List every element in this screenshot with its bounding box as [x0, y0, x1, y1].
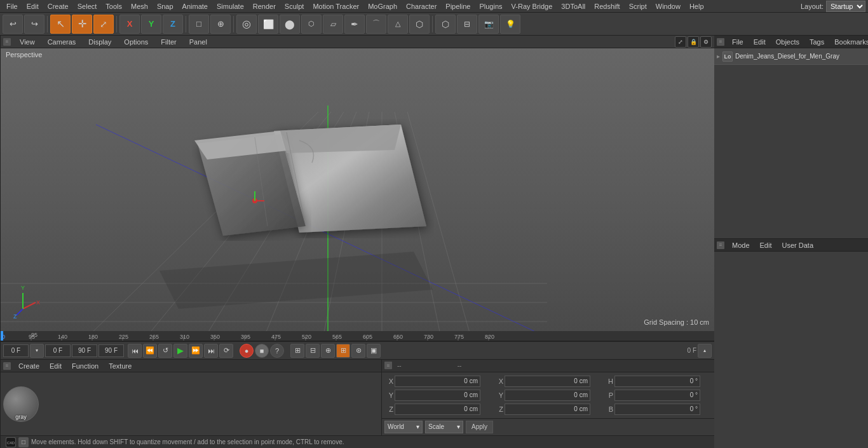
mat-create-menu[interactable]: Create: [16, 362, 42, 370]
timeline-ruler[interactable]: 0 95 140 180 225 265: [1, 331, 714, 341]
menu-edit[interactable]: Edit: [23, 2, 43, 11]
menu-plugins[interactable]: Plugins: [475, 2, 506, 11]
viewport-menu-view[interactable]: View: [16, 37, 39, 46]
undo-button[interactable]: ↩: [3, 15, 23, 34]
b-rot-input[interactable]: [614, 404, 700, 415]
x-axis-button[interactable]: X: [119, 15, 140, 34]
viewport-expand-btn[interactable]: ⤢: [675, 36, 686, 48]
h-rot-input[interactable]: [614, 376, 700, 387]
frame-step-down[interactable]: ▾: [30, 344, 44, 358]
viewport-3d[interactable]: Perspective Grid Spacing : 10 cm X Y Z: [1, 48, 714, 331]
objects-edit-menu[interactable]: Edit: [751, 38, 768, 46]
to-end-button[interactable]: ⏭: [204, 344, 218, 358]
x-pos-input[interactable]: [395, 376, 480, 387]
plane-button[interactable]: ▱: [323, 15, 343, 34]
menu-simulate[interactable]: Simulate: [213, 2, 248, 11]
select-button[interactable]: ↖: [50, 15, 71, 34]
menu-create[interactable]: Create: [44, 2, 72, 11]
menu-motion-tracker[interactable]: Motion Tracker: [309, 2, 363, 11]
z-size-input[interactable]: [505, 404, 590, 415]
to-start-button[interactable]: ⏮: [128, 344, 142, 358]
redo-button[interactable]: ↪: [24, 15, 44, 34]
layout-select[interactable]: Startup: [826, 1, 865, 12]
current-frame-input[interactable]: [3, 344, 29, 357]
cube-button[interactable]: ⬜: [258, 15, 278, 34]
record-button[interactable]: ●: [240, 344, 254, 358]
menu-sculpt[interactable]: Sculpt: [281, 2, 308, 11]
menu-snap[interactable]: Snap: [153, 2, 177, 11]
scale-dropdown[interactable]: Scale ▾: [425, 421, 463, 433]
menu-window[interactable]: Window: [652, 2, 684, 11]
p-rot-input[interactable]: [614, 390, 700, 401]
pen-button[interactable]: ✒: [344, 15, 365, 34]
scale-button[interactable]: ⤢: [93, 15, 114, 34]
end-frame-input[interactable]: [72, 344, 97, 357]
viewport-lock-btn[interactable]: 🔒: [688, 36, 699, 48]
y-axis-button[interactable]: Y: [141, 15, 161, 34]
floor-button[interactable]: ⊟: [457, 15, 477, 34]
select-rect-button[interactable]: □: [189, 15, 209, 34]
loop2-button[interactable]: ⟳: [219, 344, 233, 358]
onion-skin-btn[interactable]: ⊟: [306, 344, 320, 358]
mat-texture-menu[interactable]: Texture: [106, 362, 134, 370]
extrude-button[interactable]: △: [388, 15, 408, 34]
stop-button[interactable]: ■: [255, 344, 269, 358]
transform-button[interactable]: ⊕: [210, 15, 231, 34]
prev-frame-button[interactable]: ⏪: [143, 344, 157, 358]
next-frame-button[interactable]: ⏩: [189, 344, 203, 358]
menu-3dtoall[interactable]: 3DToAll: [557, 2, 589, 11]
deformer-button[interactable]: ⬡: [409, 15, 430, 34]
attr-mode-menu[interactable]: Mode: [729, 241, 752, 249]
frame-step-up[interactable]: ▴: [698, 344, 712, 358]
apply-button[interactable]: Apply: [466, 421, 493, 433]
null-object-button[interactable]: ◎: [236, 15, 257, 34]
viewport-menu-options[interactable]: Options: [120, 37, 152, 46]
world-dropdown[interactable]: World ▾: [384, 421, 423, 433]
objects-bookmarks-menu[interactable]: Bookmarks: [832, 38, 868, 46]
menu-animate[interactable]: Animate: [179, 2, 212, 11]
object-row[interactable]: ▸ Lo Denim_Jeans_Diesel_for_Men_Gray: [714, 48, 868, 65]
play-button[interactable]: ▶: [173, 344, 187, 358]
attr-edit-menu[interactable]: Edit: [757, 241, 775, 249]
objects-tags-menu[interactable]: Tags: [807, 38, 827, 46]
light-button[interactable]: 💡: [500, 15, 520, 34]
mat-edit-menu[interactable]: Edit: [47, 362, 64, 370]
menu-redshift[interactable]: Redshift: [590, 2, 623, 11]
start-frame-input[interactable]: [45, 344, 71, 357]
attr-userdata-menu[interactable]: User Data: [780, 241, 817, 249]
y-size-input[interactable]: [505, 390, 590, 401]
menu-pipeline[interactable]: Pipeline: [442, 2, 474, 11]
render-preview-btn[interactable]: ⊛: [351, 344, 365, 358]
menu-character[interactable]: Character: [402, 2, 440, 11]
y-pos-input[interactable]: [395, 390, 480, 401]
objects-file-menu[interactable]: File: [729, 38, 746, 46]
help-button[interactable]: ?: [270, 344, 284, 358]
cylinder-button[interactable]: ⬡: [301, 15, 322, 34]
move-button[interactable]: ✛: [72, 15, 92, 34]
spline-button[interactable]: ⌒: [366, 15, 386, 34]
z-pos-input[interactable]: [395, 404, 480, 415]
material-gray[interactable]: gray: [3, 386, 39, 422]
menu-vray[interactable]: V-Ray Bridge: [508, 2, 557, 11]
sphere-button[interactable]: ⬤: [280, 15, 300, 34]
preview-btn[interactable]: ⊞: [336, 344, 350, 358]
menu-script[interactable]: Script: [625, 2, 651, 11]
viewport-settings-btn[interactable]: ⚙: [700, 36, 712, 48]
render-view-btn[interactable]: ▣: [367, 344, 381, 358]
viewport-menu-display[interactable]: Display: [85, 37, 115, 46]
motion-clip-btn[interactable]: ⊕: [321, 344, 335, 358]
scene-button[interactable]: ⬡: [435, 15, 456, 34]
menu-file[interactable]: File: [3, 2, 22, 11]
viewport-menu-cameras[interactable]: Cameras: [44, 37, 80, 46]
viewport-menu-filter[interactable]: Filter: [157, 37, 180, 46]
menu-mograph[interactable]: MoGraph: [364, 2, 401, 11]
snap-playback-btn[interactable]: ⊞: [290, 344, 304, 358]
menu-tools[interactable]: Tools: [102, 2, 126, 11]
camera-button[interactable]: 📷: [478, 15, 499, 34]
loop-button[interactable]: ↺: [158, 344, 172, 358]
x-size-input[interactable]: [505, 376, 590, 387]
z-axis-button[interactable]: Z: [163, 15, 183, 34]
menu-render[interactable]: Render: [249, 2, 280, 11]
menu-help[interactable]: Help: [686, 2, 708, 11]
objects-objects-menu[interactable]: Objects: [773, 38, 802, 46]
